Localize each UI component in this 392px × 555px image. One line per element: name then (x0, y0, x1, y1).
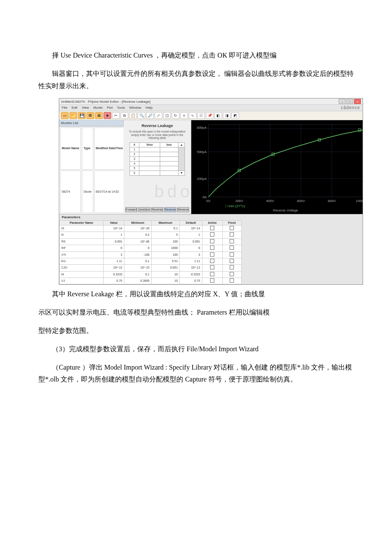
chart-area[interactable]: 800pA 500pA 200pA 0A 0V 200V 400V 600V 8… (191, 120, 363, 214)
param-min[interactable]: 0.1 (124, 258, 151, 264)
fixed-checkbox[interactable] (230, 272, 234, 276)
tb-zoomout-icon[interactable]: 🔎 (146, 112, 154, 119)
ml-name[interactable]: 08274 (60, 171, 81, 213)
param-name[interactable]: N (60, 232, 104, 238)
param-def[interactable]: 0 (180, 245, 202, 251)
active-checkbox[interactable] (210, 239, 214, 243)
param-name[interactable]: RS (60, 238, 104, 245)
tb-opt2-icon[interactable]: ◨ (223, 112, 231, 119)
fixed-checkbox[interactable] (230, 232, 234, 237)
param-min[interactable]: 0.1 (124, 271, 151, 278)
param-def[interactable]: 1.11 (180, 258, 202, 264)
tb-chart-icon[interactable]: ∿ (189, 112, 196, 119)
menu-window[interactable]: Window (129, 106, 141, 110)
param-max[interactable]: 5.51 (151, 258, 179, 264)
close-button[interactable]: × (354, 99, 361, 104)
tb-zoomarea-icon[interactable]: ◫ (163, 112, 171, 119)
tb-saveall-icon[interactable]: ⛃ (86, 112, 94, 119)
tb-print-icon[interactable]: 🖶 (95, 112, 103, 119)
param-value[interactable]: 0.75 (104, 278, 124, 284)
ml-date[interactable]: 06/27/14 at 14:02 (94, 171, 125, 213)
parameters-table[interactable]: Parameter Name Value Minimum Maximum Def… (59, 220, 363, 285)
param-min[interactable]: 0.3905 (124, 278, 151, 284)
param-name[interactable]: VJ (60, 278, 104, 284)
active-checkbox[interactable] (210, 259, 214, 263)
active-checkbox[interactable] (210, 232, 214, 237)
param-max[interactable]: 0.1 (151, 225, 179, 231)
param-def[interactable]: 0.75 (180, 278, 202, 284)
param-name[interactable]: XTI (60, 251, 104, 258)
menu-file[interactable]: File (62, 106, 67, 110)
param-value[interactable]: 0.001 (104, 238, 124, 245)
tb-copy-icon[interactable]: ⧉ (121, 112, 128, 119)
min-button[interactable]: – (339, 99, 346, 104)
param-value[interactable]: 10^-12 (104, 265, 124, 271)
param-min[interactable]: -100 (124, 251, 151, 258)
rl-scroll-up-icon[interactable]: ▲ (179, 143, 185, 147)
param-max[interactable]: 100 (151, 251, 179, 258)
param-value[interactable]: 0 (104, 245, 124, 251)
active-checkbox[interactable] (210, 265, 214, 269)
tab-reverse2[interactable]: Reverse (164, 207, 176, 212)
tab-junction[interactable]: Junction (138, 207, 150, 212)
tb-new-icon[interactable]: ▭ (61, 112, 69, 119)
param-def[interactable]: 0.3333 (180, 271, 202, 278)
active-checkbox[interactable] (210, 226, 214, 230)
tb-opt1-icon[interactable]: ◧ (214, 112, 222, 119)
param-value[interactable]: 1.11 (104, 258, 124, 264)
param-def[interactable]: 10^-12 (180, 265, 202, 271)
max-button[interactable]: □ (346, 99, 353, 104)
fixed-checkbox[interactable] (230, 252, 234, 257)
active-checkbox[interactable] (210, 252, 214, 257)
param-value[interactable]: 3 (104, 251, 124, 258)
reverse-leakage-table[interactable]: # Vrev Irev ▲ 1 2 3 4 5 6▼ (130, 142, 185, 176)
fixed-checkbox[interactable] (230, 265, 234, 269)
tab-reverse3[interactable]: Reverse (177, 207, 189, 212)
tb-pin-icon[interactable]: 📌 (206, 112, 213, 119)
param-min[interactable]: 10^-20 (124, 225, 151, 231)
param-value[interactable]: 10^-14 (104, 225, 124, 231)
param-max[interactable]: 100 (151, 238, 179, 245)
tb-cut-icon[interactable]: ✂ (112, 112, 120, 119)
active-checkbox[interactable] (210, 246, 214, 250)
tb-save-icon[interactable]: 💾 (78, 112, 86, 119)
tab-forward[interactable]: Forward (125, 207, 137, 212)
active-checkbox[interactable] (210, 272, 214, 276)
fixed-checkbox[interactable] (230, 239, 234, 243)
tab-reverse1[interactable]: Reverse (151, 207, 163, 212)
param-max[interactable]: 5 (151, 232, 179, 238)
tb-paste-icon[interactable]: 📋 (129, 112, 137, 119)
tb-refresh-icon[interactable]: ↻ (172, 112, 179, 119)
param-min[interactable]: 0.2 (124, 232, 151, 238)
models-list-table[interactable]: Model Name Type Modified Date/Time 08274… (59, 127, 126, 214)
param-min[interactable]: 10^-15 (124, 265, 151, 271)
menu-view[interactable]: View (82, 106, 89, 110)
menu-model[interactable]: Model (93, 106, 103, 110)
fixed-checkbox[interactable] (230, 259, 234, 263)
fixed-checkbox[interactable] (230, 246, 234, 250)
tb-zoomfit-icon[interactable]: ⤢ (155, 112, 162, 119)
param-max[interactable]: 10 (151, 278, 179, 284)
param-min[interactable]: 10^-06 (124, 238, 151, 245)
param-name[interactable]: EG (60, 258, 104, 264)
menu-help[interactable]: Help (146, 106, 153, 110)
fixed-checkbox[interactable] (230, 278, 234, 283)
tb-opt3-icon[interactable]: ◩ (231, 112, 239, 119)
menu-plot[interactable]: Plot (107, 106, 113, 110)
param-max[interactable]: 10 (151, 271, 179, 278)
param-max[interactable]: 1000 (151, 245, 179, 251)
param-def[interactable]: 10^-14 (180, 225, 202, 231)
param-name[interactable]: IS (60, 225, 104, 231)
rl-scroll-down-icon[interactable]: ▼ (179, 171, 185, 176)
ml-type[interactable]: Diode (82, 171, 93, 213)
param-max[interactable]: 0.001 (151, 265, 179, 271)
param-name[interactable]: IKF (60, 245, 104, 251)
active-checkbox[interactable] (210, 278, 214, 283)
param-value[interactable]: 0.3333 (104, 271, 124, 278)
fixed-checkbox[interactable] (230, 226, 234, 230)
tb-stop-icon[interactable]: ■ (104, 112, 111, 119)
tb-open-icon[interactable]: 📂 (69, 112, 77, 119)
param-def[interactable]: 3 (180, 251, 202, 258)
tb-zoomin-icon[interactable]: 🔍 (138, 112, 145, 119)
param-def[interactable]: 0.001 (180, 238, 202, 245)
